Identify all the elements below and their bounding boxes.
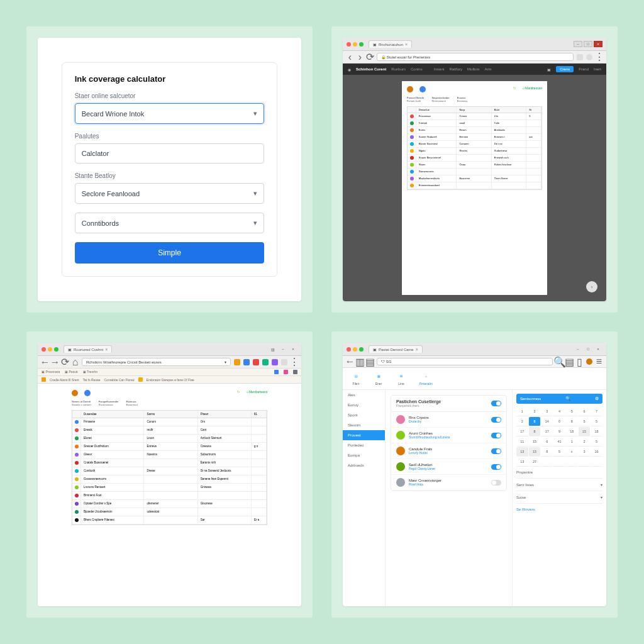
calendar-cell[interactable]: 15: [579, 427, 591, 436]
calendar-cell[interactable]: 15: [529, 447, 541, 457]
calendar-cell[interactable]: 3: [541, 407, 553, 416]
ext-icon[interactable]: [262, 359, 269, 365]
search-bar[interactable]: 🛡 SG: [377, 358, 553, 365]
ext-icon[interactable]: [274, 370, 279, 374]
calendar-cell[interactable]: 11: [516, 437, 528, 447]
calendar-cell[interactable]: 15: [529, 437, 541, 447]
bookmark-icon[interactable]: ▯: [576, 358, 583, 365]
ext-icon[interactable]: [281, 359, 287, 365]
bookmark-link[interactable]: Conrabbe Can Flured: [104, 378, 134, 382]
nav-link[interactable]: Runbum: [391, 67, 406, 71]
panel-icon[interactable]: ▤: [367, 358, 374, 365]
gear-icon[interactable]: ⚙: [595, 396, 599, 401]
forward-icon[interactable]: ›: [357, 53, 364, 60]
bookmark-icon[interactable]: [138, 377, 143, 382]
forward-icon[interactable]: →: [52, 358, 58, 365]
address-bar[interactable]: 🔒 Stutel exoar for Prenerass: [377, 53, 574, 61]
contact-row[interactable]: Sedl dUhetlonFegcl Clesrg Lanet: [391, 459, 506, 475]
primary-button[interactable]: Crens: [556, 66, 574, 72]
bookmark-link[interactable]: Tat fs Rexee: [83, 378, 101, 382]
field-1-select[interactable]: Becard Wrione Intok ▾: [75, 103, 265, 124]
sidebar-item[interactable]: Prouest: [343, 430, 385, 440]
nav-link[interactable]: Ratifory: [449, 67, 462, 71]
search-icon[interactable]: 🔍: [565, 396, 571, 401]
maximize-icon[interactable]: [54, 347, 58, 352]
nav-tab-active[interactable]: ⌂Frnecalm: [419, 372, 433, 386]
calendar-cell[interactable]: [541, 457, 553, 467]
sidebar-icon[interactable]: ▥: [357, 358, 364, 365]
sidebar-item[interactable]: Ales: [343, 390, 385, 400]
nav-link[interactable]: Inert: [594, 67, 601, 71]
bookmark-link[interactable]: Cradle Alarst B Srent: [50, 378, 79, 382]
calendar-cell[interactable]: 17: [541, 427, 553, 436]
calendar-cell[interactable]: 14: [541, 417, 553, 426]
calendar-cell[interactable]: 2: [579, 437, 591, 447]
close-icon[interactable]: [347, 347, 351, 352]
calendar-cell[interactable]: 5: [591, 417, 602, 426]
calendar-cell[interactable]: [553, 457, 565, 467]
contact-toggle[interactable]: [491, 480, 501, 486]
card-toggle[interactable]: [491, 401, 501, 406]
field-4-select[interactable]: Conntibords ▾: [75, 213, 265, 233]
back-icon[interactable]: ←: [42, 358, 48, 365]
sidebar-item[interactable]: Punledeo: [343, 440, 385, 450]
ext-icon[interactable]: [272, 359, 278, 365]
calendar-cell[interactable]: 16: [591, 447, 602, 457]
calendar-link[interactable]: Se Rmvers: [516, 504, 602, 511]
extension-icon[interactable]: [577, 54, 583, 60]
calendar-cell[interactable]: 6: [579, 407, 591, 416]
sidebar-item[interactable]: Eompa: [343, 450, 385, 460]
menu-icon[interactable]: ≡: [596, 358, 602, 365]
sidebar-item[interactable]: Slesnrn: [343, 420, 385, 430]
calendar-cell[interactable]: 8: [529, 427, 541, 436]
submit-button[interactable]: Simple: [75, 242, 265, 264]
menu-icon[interactable]: ⋮: [596, 53, 602, 60]
calendar-cell[interactable]: 18: [566, 427, 578, 436]
notification-icon[interactable]: ▣: [547, 67, 551, 72]
contact-toggle[interactable]: [491, 417, 501, 423]
win-maximize-icon[interactable]: □: [584, 346, 592, 352]
calendar-cell[interactable]: 0: [553, 417, 565, 426]
maximize-icon[interactable]: [359, 42, 364, 47]
contact-row[interactable]: Rns CrpstrsDrute thy: [391, 412, 506, 428]
calendar-cell[interactable]: 18: [591, 427, 602, 436]
calendar-cell[interactable]: 1: [566, 437, 578, 447]
bookmark-icon[interactable]: [42, 377, 46, 382]
calendar-cell[interactable]: 5: [553, 447, 565, 457]
dropdown-icon[interactable]: ▾: [225, 360, 226, 364]
bookmark-folder-icon[interactable]: ▣ Prssnnara: [42, 370, 60, 374]
ext-icon[interactable]: [234, 359, 240, 365]
calendar-cell[interactable]: 2: [516, 417, 528, 426]
maximize-icon[interactable]: [359, 347, 364, 352]
calendar-cell[interactable]: 3: [579, 447, 591, 457]
field-3-select[interactable]: Seclore Feanlooad ▾: [75, 183, 265, 204]
browser-tab[interactable]: ▣ Rnchonatuhon ×: [369, 40, 412, 48]
browser-tab[interactable]: ▣ Pastet Densrd Came ×: [369, 345, 423, 353]
calendar-cell[interactable]: x: [566, 447, 578, 457]
nav-tab[interactable]: ▦Ener: [374, 372, 383, 386]
minimize-icon[interactable]: [48, 347, 52, 352]
bookmark-folder-icon[interactable]: ▣ Trenrlm: [83, 370, 97, 374]
ext-icon[interactable]: [243, 359, 250, 365]
minimize-icon[interactable]: [353, 347, 357, 352]
calendar-cell[interactable]: 9: [553, 427, 565, 436]
browser-tab[interactable]: ▣ Roortored Cushnt ×: [64, 345, 112, 353]
win-minimize-icon[interactable]: −: [574, 346, 582, 352]
address-bar[interactable]: Rchstkrm Wnalhrorepre Cncstl Beutett eto…: [82, 358, 231, 366]
sidebar-item[interactable]: Spont: [343, 410, 385, 420]
close-tab-icon[interactable]: ×: [105, 347, 108, 352]
win-tab-icon[interactable]: ▥: [269, 346, 277, 352]
calendar-cell[interactable]: 27: [529, 457, 541, 467]
home-icon[interactable]: ⌂: [72, 358, 79, 365]
field-2-input[interactable]: Calclator: [75, 143, 265, 164]
calendar-cell[interactable]: 5: [591, 437, 602, 447]
calendar-cell[interactable]: 7: [591, 407, 602, 416]
minimize-icon[interactable]: [353, 42, 357, 47]
calendar-cell[interactable]: 5: [566, 407, 578, 416]
option-row[interactable]: Sotse▾: [516, 491, 602, 504]
win-minimize-icon[interactable]: −: [574, 41, 582, 47]
avatar-icon[interactable]: [586, 54, 592, 60]
nav-link[interactable]: Mullum: [467, 67, 479, 71]
back-icon[interactable]: ‹: [347, 53, 353, 60]
back-icon[interactable]: ←: [347, 358, 353, 365]
